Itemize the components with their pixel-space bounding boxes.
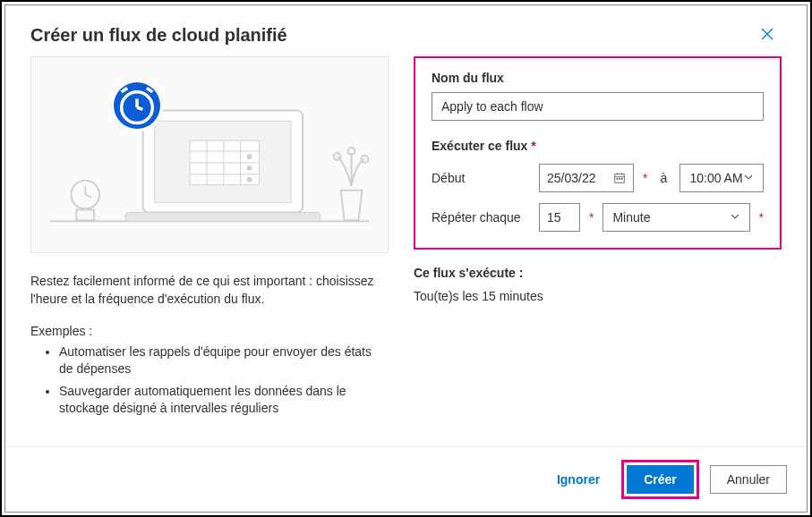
repeat-label: Répéter chaque [432, 210, 530, 225]
form-highlight: Nom du flux Exécuter ce flux * Début 25/… [414, 56, 782, 250]
dialog: Créer un flux de cloud planifié [4, 4, 808, 513]
chevron-down-icon [730, 210, 740, 225]
examples-list: Automatiser les rappels d'équipe pour en… [30, 343, 389, 417]
examples-heading: Exemples : [30, 324, 389, 338]
start-label: Début [432, 171, 530, 185]
svg-rect-4 [125, 212, 321, 221]
chevron-down-icon [743, 171, 754, 185]
dialog-title: Créer un flux de cloud planifié [30, 25, 753, 46]
list-item: Sauvegarder automatiquement les données … [59, 383, 389, 417]
schedule-summary-value: Tou(te)s les 15 minutes [414, 289, 782, 303]
create-button-highlight: Créer [621, 460, 699, 499]
svg-point-12 [247, 154, 252, 159]
start-time-select[interactable]: 10:00 AM [680, 164, 764, 192]
calendar-icon [613, 172, 626, 184]
alarm-clock-icon [114, 82, 160, 129]
svg-point-14 [247, 177, 252, 182]
skip-button[interactable]: Ignorer [546, 472, 611, 487]
svg-line-26 [147, 89, 153, 92]
flow-name-input[interactable] [432, 92, 764, 121]
svg-line-24 [137, 107, 143, 109]
at-label: à [656, 171, 671, 185]
create-button[interactable]: Créer [627, 465, 694, 494]
schedule-summary-heading: Ce flux s'exécute : [414, 266, 782, 280]
svg-rect-33 [621, 178, 623, 180]
description-text: Restez facilement informé de ce qui est … [30, 273, 389, 308]
close-icon[interactable] [753, 23, 782, 47]
illustration [30, 56, 389, 253]
start-date-input[interactable]: 25/03/22 [539, 164, 634, 192]
svg-rect-31 [617, 178, 619, 180]
dialog-header: Créer un flux de cloud planifié [5, 5, 807, 56]
svg-line-25 [122, 89, 128, 92]
repeat-interval-input[interactable]: 15 [539, 203, 580, 232]
repeat-unit-select[interactable]: Minute [603, 203, 749, 232]
dialog-footer: Ignorer Créer Annuler [5, 446, 807, 512]
svg-rect-32 [619, 178, 620, 180]
run-this-flow-label: Exécuter ce flux * [432, 139, 764, 153]
svg-point-13 [247, 165, 252, 171]
cancel-button[interactable]: Annuler [710, 465, 787, 494]
flow-name-label: Nom du flux [432, 71, 764, 85]
list-item: Automatiser les rappels d'équipe pour en… [59, 343, 389, 377]
